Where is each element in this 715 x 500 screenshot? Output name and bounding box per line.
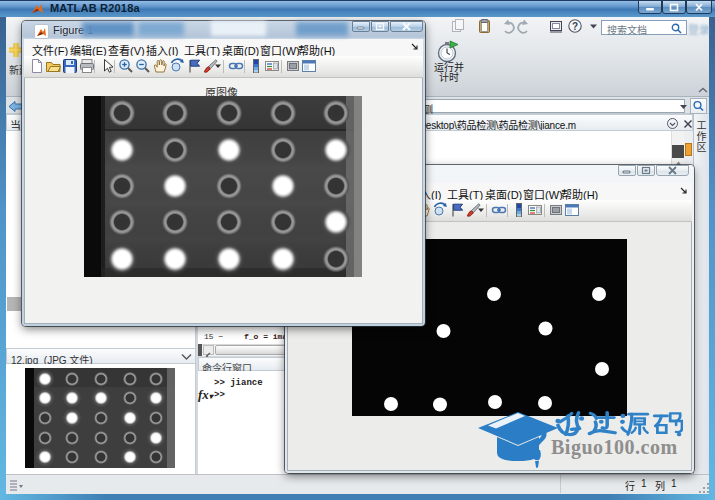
svg-text:?: ? (572, 21, 578, 32)
